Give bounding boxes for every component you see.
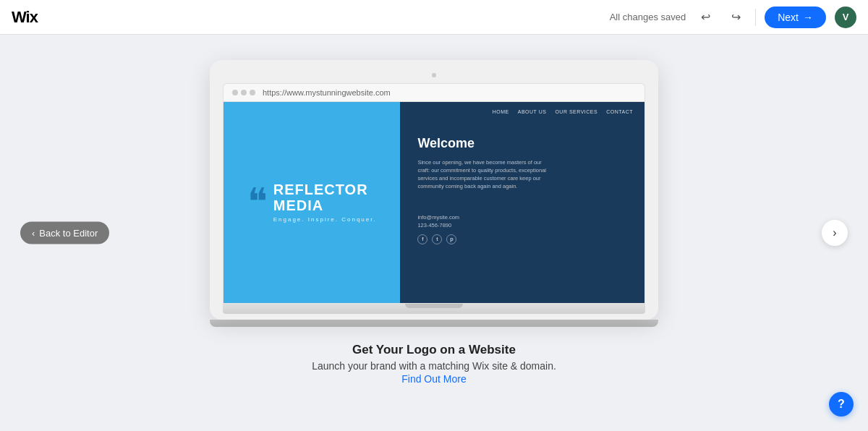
carousel-next-button[interactable]: ›	[822, 220, 848, 246]
site-content: Welcome Since our opening, we have becom…	[400, 121, 644, 259]
back-chevron-icon: ‹	[32, 228, 35, 239]
site-email: info@mysite.com	[417, 214, 627, 221]
browser-dots	[232, 90, 255, 95]
brand-text: REFLECTORMEDIA Engage. Inspire. Conquer.	[273, 182, 377, 223]
help-button[interactable]: ?	[829, 392, 854, 417]
bottom-subtext: Launch your brand with a matching Wix si…	[312, 360, 556, 372]
pinterest-icon: p	[446, 234, 456, 244]
laptop-wrapper: https://www.mystunningwebsite.com ❝ REFL…	[210, 60, 658, 327]
redo-button[interactable]: ↪	[725, 7, 746, 28]
nav-divider	[755, 9, 756, 26]
top-nav: Wix All changes saved ↩ ↪ Next → V	[0, 0, 868, 35]
dot-1	[232, 90, 238, 95]
main-area: ‹ Back to Editor › https://www.mystunnin…	[0, 35, 868, 431]
facebook-icon: f	[417, 234, 427, 244]
twitter-icon: t	[432, 234, 442, 244]
brand-tagline: Engage. Inspire. Conquer.	[273, 216, 377, 223]
nav-item-contact: CONTACT	[606, 109, 633, 114]
next-button[interactable]: Next →	[765, 7, 826, 28]
back-to-editor-button[interactable]: ‹ Back to Editor	[20, 222, 109, 244]
brand-name: REFLECTORMEDIA	[273, 182, 377, 213]
laptop-base	[223, 304, 645, 314]
laptop-frame: https://www.mystunningwebsite.com ❝ REFL…	[210, 60, 658, 320]
find-out-more-link[interactable]: Find Out More	[312, 373, 556, 385]
social-icons: f t p	[417, 234, 627, 244]
nav-item-services: OUR SERVICES	[555, 109, 597, 114]
carousel-next-icon: ›	[833, 226, 836, 239]
site-left-panel: ❝ REFLECTORMEDIA Engage. Inspire. Conque…	[224, 102, 400, 303]
nav-item-home: HOME	[493, 109, 509, 114]
site-description: Since our opening, we have become master…	[417, 158, 548, 191]
avatar[interactable]: V	[835, 7, 856, 28]
undo-button[interactable]: ↩	[694, 7, 716, 28]
site-welcome-heading: Welcome	[417, 136, 627, 151]
browser-bar: https://www.mystunningwebsite.com	[223, 83, 645, 101]
wix-logo: Wix	[12, 8, 38, 27]
site-preview: ❝ REFLECTORMEDIA Engage. Inspire. Conque…	[223, 101, 645, 304]
laptop-hinge	[405, 304, 463, 308]
browser-url: https://www.mystunningwebsite.com	[263, 88, 636, 97]
laptop-camera	[432, 73, 436, 77]
site-phone: 123-456-7890	[417, 222, 627, 229]
nav-right: All changes saved ↩ ↪ Next → V	[610, 7, 856, 28]
dot-3	[250, 90, 255, 95]
quote-mark-icon: ❝	[247, 191, 268, 213]
bottom-heading: Get Your Logo on a Website	[312, 343, 556, 357]
site-nav: HOME ABOUT US OUR SERVICES CONTACT	[400, 102, 644, 121]
save-status: All changes saved	[610, 12, 686, 22]
dot-2	[241, 90, 247, 95]
laptop-bottom-bar	[210, 320, 658, 327]
back-to-editor-label: Back to Editor	[39, 228, 98, 239]
next-label: Next	[778, 12, 799, 23]
nav-item-about: ABOUT US	[518, 109, 547, 114]
next-arrow-icon: →	[803, 12, 813, 23]
site-right-panel: HOME ABOUT US OUR SERVICES CONTACT Welco…	[400, 102, 644, 303]
bottom-text-section: Get Your Logo on a Website Launch your b…	[312, 343, 556, 385]
